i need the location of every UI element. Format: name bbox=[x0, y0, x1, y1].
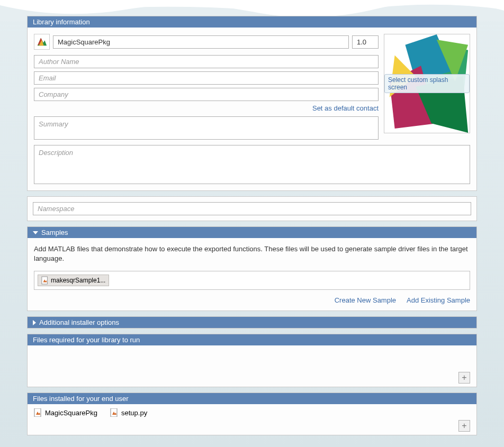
section-title: Library information bbox=[33, 18, 90, 26]
files-installed-panel: Files installed for your end user MagicS… bbox=[27, 393, 477, 435]
section-title: Files required for your library to run bbox=[33, 336, 140, 344]
company-input[interactable] bbox=[34, 88, 379, 101]
samples-header[interactable]: Samples bbox=[28, 227, 476, 238]
files-required-header: Files required for your library to run bbox=[28, 334, 476, 345]
library-version-input[interactable] bbox=[352, 35, 379, 49]
splash-screen-label[interactable]: Select custom splash screen bbox=[384, 74, 470, 93]
files-required-panel: Files required for your library to run + bbox=[27, 334, 477, 387]
namespace-panel bbox=[27, 196, 477, 221]
author-name-input[interactable] bbox=[34, 55, 379, 68]
add-existing-sample-link[interactable]: Add Existing Sample bbox=[407, 296, 470, 304]
section-title: Samples bbox=[41, 229, 68, 236]
python-file-icon bbox=[110, 408, 119, 417]
sample-file-label: makesqrSample1... bbox=[51, 277, 105, 284]
samples-list: makesqrSample1... bbox=[34, 271, 470, 290]
section-title: Files installed for your end user bbox=[33, 395, 129, 403]
library-information-header: Library information bbox=[28, 16, 476, 28]
section-title: Additional installer options bbox=[39, 318, 119, 326]
library-name-input[interactable] bbox=[53, 35, 349, 49]
email-input[interactable] bbox=[34, 71, 379, 85]
plus-icon: + bbox=[462, 373, 466, 382]
samples-panel: Samples Add MATLAB files that demonstrat… bbox=[27, 226, 477, 311]
installed-file-item[interactable]: MagicSquarePkg bbox=[34, 408, 97, 417]
package-file-icon bbox=[34, 408, 42, 417]
installed-file-item[interactable]: setup.py bbox=[110, 408, 147, 417]
files-installed-header: Files installed for your end user bbox=[28, 393, 476, 404]
plus-icon: + bbox=[462, 421, 466, 431]
add-installed-file-button[interactable]: + bbox=[458, 420, 470, 432]
matlab-file-icon bbox=[41, 276, 49, 285]
summary-textarea[interactable] bbox=[34, 116, 379, 140]
namespace-input[interactable] bbox=[33, 202, 471, 215]
set-default-contact-link[interactable]: Set as default contact bbox=[312, 104, 379, 112]
sample-file-chip[interactable]: makesqrSample1... bbox=[38, 275, 109, 286]
create-new-sample-link[interactable]: Create New Sample bbox=[335, 296, 396, 304]
additional-installer-header[interactable]: Additional installer options bbox=[28, 317, 476, 328]
samples-description: Add MATLAB files that demonstrate how to… bbox=[34, 244, 470, 263]
library-information-panel: Library information bbox=[27, 16, 477, 191]
description-textarea[interactable] bbox=[34, 145, 470, 184]
add-required-file-button[interactable]: + bbox=[458, 372, 470, 384]
chevron-right-icon bbox=[33, 320, 36, 325]
splash-screen-box[interactable]: Select custom splash screen bbox=[384, 34, 470, 133]
installed-files-row: MagicSquarePkg setup.py bbox=[34, 408, 470, 417]
installed-file-label: setup.py bbox=[121, 409, 147, 417]
chevron-down-icon bbox=[33, 231, 38, 234]
installed-file-label: MagicSquarePkg bbox=[45, 409, 97, 417]
additional-installer-panel: Additional installer options bbox=[27, 316, 477, 329]
application-icon[interactable] bbox=[34, 34, 50, 50]
